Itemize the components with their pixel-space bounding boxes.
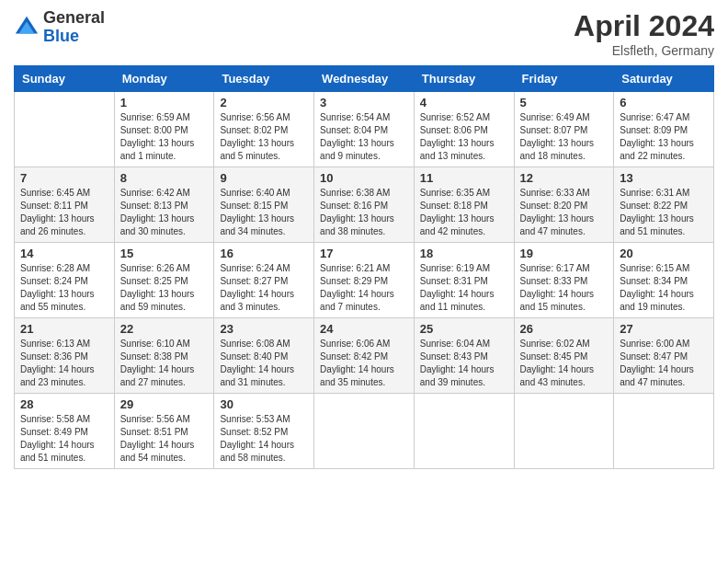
weekday-header-tuesday: Tuesday [214, 66, 314, 92]
logo-icon [14, 15, 40, 40]
day-number: 16 [220, 247, 308, 260]
day-cell: 15Sunrise: 6:26 AMSunset: 8:25 PMDayligh… [114, 243, 214, 318]
day-cell: 23Sunrise: 6:08 AMSunset: 8:40 PMDayligh… [214, 318, 314, 394]
day-number: 10 [320, 171, 408, 185]
day-cell [314, 394, 415, 469]
day-info: Sunrise: 6:35 AMSunset: 8:18 PMDaylight:… [420, 187, 508, 238]
day-number: 14 [20, 247, 108, 260]
day-info: Sunrise: 5:53 AMSunset: 8:52 PMDaylight:… [220, 413, 308, 465]
day-info: Sunrise: 6:38 AMSunset: 8:16 PMDaylight:… [320, 187, 408, 238]
day-number: 5 [520, 96, 609, 109]
day-cell: 24Sunrise: 6:06 AMSunset: 8:42 PMDayligh… [314, 318, 415, 394]
header: General Blue April 2024 Elsfleth, German… [14, 9, 714, 58]
day-cell: 2Sunrise: 6:56 AMSunset: 8:02 PMDaylight… [214, 92, 314, 167]
day-info: Sunrise: 6:54 AMSunset: 8:04 PMDaylight:… [320, 111, 408, 163]
day-info: Sunrise: 6:28 AMSunset: 8:24 PMDaylight:… [20, 262, 108, 314]
day-info: Sunrise: 6:13 AMSunset: 8:36 PMDaylight:… [20, 338, 108, 389]
day-cell: 25Sunrise: 6:04 AMSunset: 8:43 PMDayligh… [414, 318, 514, 394]
day-info: Sunrise: 6:31 AMSunset: 8:22 PMDaylight:… [620, 187, 708, 238]
week-row-1: 1Sunrise: 6:59 AMSunset: 8:00 PMDaylight… [15, 92, 714, 167]
day-number: 23 [220, 322, 308, 336]
day-cell [414, 394, 514, 469]
day-number: 26 [520, 322, 609, 336]
day-cell: 17Sunrise: 6:21 AMSunset: 8:29 PMDayligh… [314, 243, 415, 318]
day-cell: 3Sunrise: 6:54 AMSunset: 8:04 PMDaylight… [314, 92, 415, 167]
day-cell: 1Sunrise: 6:59 AMSunset: 8:00 PMDaylight… [114, 92, 214, 167]
day-number: 28 [20, 397, 108, 411]
day-cell: 18Sunrise: 6:19 AMSunset: 8:31 PMDayligh… [414, 243, 514, 318]
day-number: 13 [620, 171, 708, 185]
day-number: 20 [620, 247, 708, 260]
day-info: Sunrise: 6:10 AMSunset: 8:38 PMDaylight:… [120, 338, 209, 389]
day-number: 24 [320, 322, 408, 336]
day-cell: 4Sunrise: 6:52 AMSunset: 8:06 PMDaylight… [414, 92, 514, 167]
day-cell: 13Sunrise: 6:31 AMSunset: 8:22 PMDayligh… [614, 167, 714, 243]
day-cell: 26Sunrise: 6:02 AMSunset: 8:45 PMDayligh… [514, 318, 614, 394]
day-number: 22 [120, 322, 209, 336]
day-number: 6 [620, 96, 708, 109]
day-info: Sunrise: 6:06 AMSunset: 8:42 PMDaylight:… [320, 338, 408, 389]
weekday-header-thursday: Thursday [414, 66, 514, 92]
day-number: 30 [220, 397, 308, 411]
title-block: April 2024 Elsfleth, Germany [574, 9, 714, 58]
day-number: 1 [120, 96, 209, 109]
week-row-3: 14Sunrise: 6:28 AMSunset: 8:24 PMDayligh… [15, 243, 714, 318]
logo-general-text: General [43, 8, 105, 27]
day-number: 29 [120, 397, 209, 411]
day-number: 11 [420, 171, 508, 185]
day-cell: 16Sunrise: 6:24 AMSunset: 8:27 PMDayligh… [214, 243, 314, 318]
day-cell: 22Sunrise: 6:10 AMSunset: 8:38 PMDayligh… [114, 318, 214, 394]
day-cell: 28Sunrise: 5:58 AMSunset: 8:49 PMDayligh… [15, 394, 115, 469]
day-number: 25 [420, 322, 508, 336]
day-info: Sunrise: 6:08 AMSunset: 8:40 PMDaylight:… [220, 338, 308, 389]
day-cell: 5Sunrise: 6:49 AMSunset: 8:07 PMDaylight… [514, 92, 614, 167]
weekday-header-monday: Monday [114, 66, 214, 92]
day-number: 17 [320, 247, 408, 260]
day-number: 7 [20, 171, 108, 185]
day-number: 18 [420, 247, 508, 260]
weekday-header-sunday: Sunday [15, 66, 115, 92]
weekday-header-friday: Friday [514, 66, 614, 92]
day-cell [15, 92, 115, 167]
day-info: Sunrise: 6:40 AMSunset: 8:15 PMDaylight:… [220, 187, 308, 238]
day-info: Sunrise: 6:59 AMSunset: 8:00 PMDaylight:… [120, 111, 209, 163]
day-info: Sunrise: 6:42 AMSunset: 8:13 PMDaylight:… [120, 187, 209, 238]
day-info: Sunrise: 6:04 AMSunset: 8:43 PMDaylight:… [420, 338, 508, 389]
day-number: 19 [520, 247, 609, 260]
day-cell: 19Sunrise: 6:17 AMSunset: 8:33 PMDayligh… [514, 243, 614, 318]
day-cell: 11Sunrise: 6:35 AMSunset: 8:18 PMDayligh… [414, 167, 514, 243]
day-cell: 7Sunrise: 6:45 AMSunset: 8:11 PMDaylight… [15, 167, 115, 243]
day-cell: 27Sunrise: 6:00 AMSunset: 8:47 PMDayligh… [614, 318, 714, 394]
day-cell: 29Sunrise: 5:56 AMSunset: 8:51 PMDayligh… [114, 394, 214, 469]
week-row-2: 7Sunrise: 6:45 AMSunset: 8:11 PMDaylight… [15, 167, 714, 243]
day-info: Sunrise: 6:56 AMSunset: 8:02 PMDaylight:… [220, 111, 308, 163]
day-number: 9 [220, 171, 308, 185]
calendar-page: General Blue April 2024 Elsfleth, German… [0, 0, 728, 563]
week-row-5: 28Sunrise: 5:58 AMSunset: 8:49 PMDayligh… [15, 394, 714, 469]
day-info: Sunrise: 6:15 AMSunset: 8:34 PMDaylight:… [620, 262, 708, 314]
day-info: Sunrise: 5:56 AMSunset: 8:51 PMDaylight:… [120, 413, 209, 465]
day-info: Sunrise: 6:02 AMSunset: 8:45 PMDaylight:… [520, 338, 609, 389]
day-number: 15 [120, 247, 209, 260]
day-info: Sunrise: 6:21 AMSunset: 8:29 PMDaylight:… [320, 262, 408, 314]
day-cell [514, 394, 614, 469]
day-number: 12 [520, 171, 609, 185]
day-cell: 10Sunrise: 6:38 AMSunset: 8:16 PMDayligh… [314, 167, 415, 243]
day-cell: 6Sunrise: 6:47 AMSunset: 8:09 PMDaylight… [614, 92, 714, 167]
day-number: 27 [620, 322, 708, 336]
weekday-header-saturday: Saturday [614, 66, 714, 92]
day-info: Sunrise: 6:00 AMSunset: 8:47 PMDaylight:… [620, 338, 708, 389]
location: Elsfleth, Germany [574, 43, 714, 58]
day-info: Sunrise: 6:19 AMSunset: 8:31 PMDaylight:… [420, 262, 508, 314]
day-cell: 12Sunrise: 6:33 AMSunset: 8:20 PMDayligh… [514, 167, 614, 243]
day-cell: 21Sunrise: 6:13 AMSunset: 8:36 PMDayligh… [15, 318, 115, 394]
day-cell: 8Sunrise: 6:42 AMSunset: 8:13 PMDaylight… [114, 167, 214, 243]
day-number: 4 [420, 96, 508, 109]
day-cell [614, 394, 714, 469]
day-info: Sunrise: 6:52 AMSunset: 8:06 PMDaylight:… [420, 111, 508, 163]
day-info: Sunrise: 6:49 AMSunset: 8:07 PMDaylight:… [520, 111, 609, 163]
day-info: Sunrise: 5:58 AMSunset: 8:49 PMDaylight:… [20, 413, 108, 465]
day-info: Sunrise: 6:26 AMSunset: 8:25 PMDaylight:… [120, 262, 209, 314]
day-number: 8 [120, 171, 209, 185]
day-cell: 14Sunrise: 6:28 AMSunset: 8:24 PMDayligh… [15, 243, 115, 318]
